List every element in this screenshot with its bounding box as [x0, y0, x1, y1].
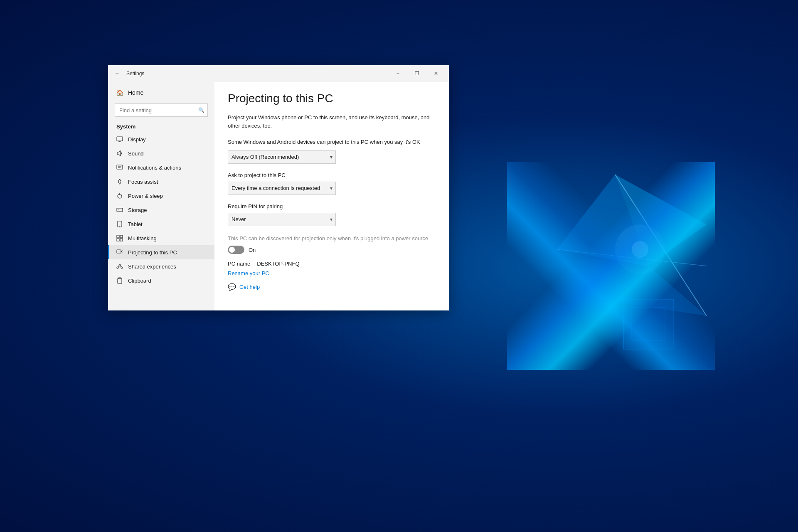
- back-button[interactable]: ←: [111, 68, 123, 79]
- section3-dropdown-wrapper: Never First time Always: [228, 213, 336, 226]
- sidebar: 🏠 Home 🔍 System Display Sound: [108, 82, 214, 310]
- search-input[interactable]: [115, 103, 208, 117]
- focus-icon: [116, 178, 123, 185]
- power-toggle[interactable]: [228, 246, 244, 254]
- sidebar-item-clipboard[interactable]: Clipboard: [108, 273, 214, 288]
- page-description: Project your Windows phone or PC to this…: [228, 113, 436, 130]
- sidebar-search-container: 🔍: [115, 103, 208, 117]
- section1-row: Some Windows and Android devices can pro…: [228, 138, 436, 164]
- section1-dropdown[interactable]: Always Off (Recommended) Available every…: [228, 150, 336, 164]
- svg-point-31: [121, 267, 123, 268]
- main-panel: Projecting to this PC Project your Windo…: [214, 82, 449, 310]
- pc-name-row: PC name DESKTOP-PNFQ: [228, 261, 436, 267]
- title-bar: ← Settings − ❐ ✕: [108, 65, 449, 82]
- maximize-button[interactable]: ❐: [407, 67, 426, 80]
- storage-label: Storage: [128, 207, 147, 213]
- clipboard-icon: [116, 277, 123, 284]
- sidebar-item-notifications[interactable]: Notifications & actions: [108, 160, 214, 175]
- sidebar-item-power[interactable]: Power & sleep: [108, 189, 214, 203]
- svg-rect-23: [120, 235, 123, 238]
- home-label: Home: [128, 89, 143, 96]
- multitasking-label: Multitasking: [128, 235, 157, 241]
- sidebar-item-home[interactable]: 🏠 Home: [108, 85, 214, 100]
- svg-line-4: [557, 249, 707, 266]
- search-icon[interactable]: 🔍: [196, 105, 206, 115]
- tablet-label: Tablet: [128, 221, 143, 227]
- focus-label: Focus assist: [128, 179, 158, 185]
- sidebar-item-shared[interactable]: Shared experiences: [108, 259, 214, 273]
- section1-label: Some Windows and Android devices can pro…: [228, 138, 436, 146]
- svg-line-32: [118, 266, 120, 267]
- section3-row: Require PIN for pairing Never First time…: [228, 203, 436, 226]
- svg-marker-1: [598, 266, 707, 316]
- toggle-label: On: [249, 247, 256, 253]
- svg-line-3: [615, 175, 707, 316]
- sidebar-item-tablet[interactable]: Tablet: [108, 217, 214, 231]
- page-title: Projecting to this PC: [228, 92, 436, 105]
- svg-rect-25: [120, 239, 123, 241]
- window-body: 🏠 Home 🔍 System Display Sound: [108, 82, 449, 310]
- shared-icon: [116, 263, 123, 270]
- get-help-link[interactable]: Get help: [239, 284, 260, 290]
- sidebar-item-focus[interactable]: Focus assist: [108, 175, 214, 189]
- svg-point-5: [615, 224, 665, 274]
- section2-label: Ask to project to this PC: [228, 172, 436, 178]
- svg-point-21: [119, 226, 120, 227]
- svg-point-29: [119, 264, 121, 266]
- projecting-label: Projecting to this PC: [128, 249, 177, 256]
- window-title: Settings: [126, 71, 144, 76]
- storage-icon: [116, 207, 123, 213]
- home-icon: 🏠: [116, 89, 123, 96]
- svg-line-33: [120, 266, 122, 267]
- help-row: 💬 Get help: [228, 283, 436, 291]
- multitasking-icon: [116, 235, 123, 241]
- sound-icon: [116, 150, 123, 157]
- power-label: Power & sleep: [128, 193, 163, 199]
- svg-point-6: [632, 241, 648, 258]
- sidebar-item-projecting[interactable]: Projecting to this PC: [108, 245, 214, 259]
- svg-rect-8: [632, 308, 665, 341]
- svg-rect-13: [117, 165, 123, 169]
- title-bar-left: ← Settings: [111, 68, 388, 79]
- settings-window: ← Settings − ❐ ✕ 🏠 Home 🔍 System: [108, 65, 449, 310]
- section2-dropdown-wrapper: Every time a connection is requested Fir…: [228, 182, 336, 195]
- section1-dropdown-wrapper: Always Off (Recommended) Available every…: [228, 150, 336, 164]
- svg-marker-12: [117, 151, 121, 156]
- help-icon: 💬: [228, 283, 236, 291]
- section3-label: Require PIN for pairing: [228, 203, 436, 209]
- section2-dropdown[interactable]: Every time a connection is requested Fir…: [228, 182, 336, 195]
- svg-rect-26: [117, 250, 121, 253]
- pc-name-value: DESKTOP-PNFQ: [257, 261, 299, 267]
- section3-dropdown[interactable]: Never First time Always: [228, 213, 336, 226]
- sidebar-item-display[interactable]: Display: [108, 132, 214, 146]
- rename-pc-link[interactable]: Rename your PC: [228, 270, 269, 276]
- svg-rect-34: [118, 278, 122, 283]
- section2-row: Ask to project to this PC Every time a c…: [228, 172, 436, 195]
- power-icon: [116, 192, 123, 199]
- title-bar-controls: − ❐ ✕: [388, 67, 446, 80]
- notifications-icon: [116, 164, 123, 171]
- svg-rect-24: [117, 239, 119, 241]
- display-icon: [116, 136, 123, 143]
- power-toggle-row: On: [228, 246, 436, 254]
- svg-rect-9: [117, 137, 123, 141]
- minimize-button[interactable]: −: [388, 67, 407, 80]
- svg-point-30: [117, 267, 118, 268]
- svg-marker-0: [557, 175, 648, 266]
- tablet-icon: [116, 221, 123, 227]
- svg-marker-2: [615, 175, 707, 266]
- close-button[interactable]: ✕: [426, 67, 446, 80]
- notifications-label: Notifications & actions: [128, 165, 181, 171]
- clipboard-label: Clipboard: [128, 278, 151, 284]
- svg-rect-7: [623, 299, 673, 349]
- sidebar-item-storage[interactable]: Storage: [108, 203, 214, 217]
- projecting-icon: [116, 249, 123, 256]
- sidebar-item-sound[interactable]: Sound: [108, 146, 214, 160]
- pc-name-key: PC name: [228, 261, 250, 267]
- display-label: Display: [128, 136, 146, 143]
- sidebar-item-multitasking[interactable]: Multitasking: [108, 231, 214, 245]
- sidebar-section-label: System: [108, 122, 214, 132]
- sound-label: Sound: [128, 150, 144, 157]
- svg-line-28: [121, 251, 123, 252]
- power-description: This PC can be discovered for projection…: [228, 234, 436, 243]
